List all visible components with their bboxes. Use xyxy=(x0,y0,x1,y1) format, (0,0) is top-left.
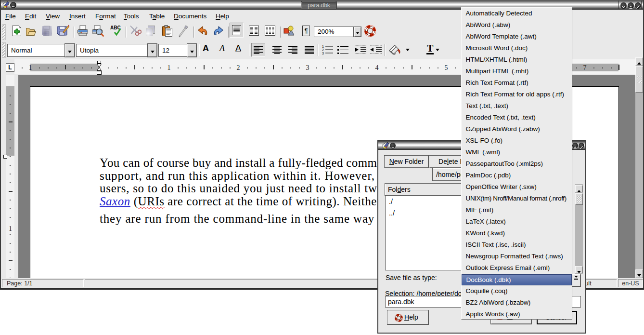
svg-text:2: 2 xyxy=(322,48,324,52)
svg-text:3: 3 xyxy=(322,52,324,55)
svg-text:1: 1 xyxy=(322,45,324,48)
